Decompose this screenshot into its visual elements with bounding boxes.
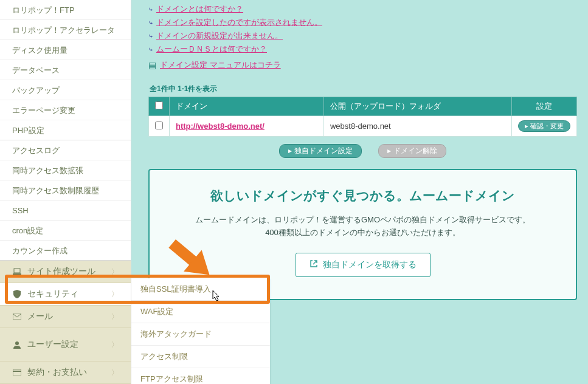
th-folder: 公開（アップロード）フォルダ xyxy=(323,97,511,116)
side-ftp[interactable]: ロリポップ！FTP xyxy=(0,0,131,20)
chevron-right-icon: 〉 xyxy=(111,340,119,350)
submenu-waf[interactable]: WAF設定 xyxy=(131,301,270,323)
promo-cta-label: 独自ドメインを取得する xyxy=(323,259,417,270)
chevron-right-icon: 〉 xyxy=(111,289,119,300)
cat-label: サイト作成ツール xyxy=(27,266,111,277)
chevron-right-icon: 〉 xyxy=(111,267,119,277)
mail-icon xyxy=(12,314,21,320)
svg-point-3 xyxy=(15,341,19,345)
cat-mail[interactable]: メール 〉 xyxy=(0,306,131,328)
side-accelerator[interactable]: ロリポップ！アクセラレータ xyxy=(0,20,131,40)
shield-icon xyxy=(12,290,21,298)
domain-link[interactable]: http://webst8-demo.net/ xyxy=(176,122,265,131)
cat-user[interactable]: ユーザー設定 〉 xyxy=(0,328,131,362)
cat-security[interactable]: セキュリティ 〉 xyxy=(0,283,131,306)
row-checkbox[interactable] xyxy=(155,122,163,129)
chevron-right-icon: 〉 xyxy=(111,312,119,322)
select-all-checkbox[interactable] xyxy=(155,101,163,109)
side-counter[interactable]: カウンター作成 xyxy=(0,241,131,261)
th-checkbox xyxy=(149,97,170,116)
th-settings: 設定 xyxy=(511,97,576,116)
promo-title: 欲しいドメインがすぐ見つかる。ムームードメイン xyxy=(164,187,561,204)
faq-link-4[interactable]: ムームーＤＮＳとは何ですか？ xyxy=(156,44,267,55)
side-errorpage[interactable]: エラーページ変更 xyxy=(0,100,131,120)
cat-site-tools[interactable]: サイト作成ツール 〉 xyxy=(0,261,131,283)
external-link-icon xyxy=(310,259,318,270)
domain-table: ドメイン 公開（アップロード）フォルダ 設定 http://webst8-dem… xyxy=(148,97,577,137)
cat-label: セキュリティ xyxy=(27,289,111,300)
laptop-icon xyxy=(12,268,21,275)
confirm-change-button[interactable]: ▸ 確認・変更 xyxy=(518,120,570,132)
cat-label: メール xyxy=(27,311,111,322)
submenu-attack-guard[interactable]: 海外アタックガード xyxy=(131,323,270,346)
submenu-access[interactable]: アクセス制限 xyxy=(131,346,270,368)
get-domain-button[interactable]: 独自ドメインを取得する xyxy=(296,253,431,277)
bullet-icon: ⤷ xyxy=(148,6,153,13)
side-disk[interactable]: ディスク使用量 xyxy=(0,40,131,60)
side-concurrent-hist[interactable]: 同時アクセス数制限履歴 xyxy=(0,180,131,201)
faq-link-2[interactable]: ドメインを設定したのですが表示されません。 xyxy=(156,17,322,28)
table-actions: ▸ 独自ドメイン設定 ▸ ドメイン解除 xyxy=(148,144,577,158)
bullet-icon: ⤷ xyxy=(148,46,153,53)
side-cron[interactable]: cron設定 xyxy=(0,221,131,241)
table-count: 全1件中 1-1件を表示 xyxy=(150,84,577,94)
card-icon xyxy=(12,369,21,375)
bullet-icon: ⤷ xyxy=(148,19,153,26)
side-accesslog[interactable]: アクセスログ xyxy=(0,140,131,160)
svg-rect-5 xyxy=(13,371,21,372)
side-concurrent-ext[interactable]: 同時アクセス数拡張 xyxy=(0,160,131,180)
own-domain-settings-button[interactable]: ▸ 独自ドメイン設定 xyxy=(279,144,361,158)
svg-rect-0 xyxy=(14,269,20,273)
user-icon xyxy=(12,341,21,349)
submenu-ssl[interactable]: 独自SSL証明書導入 xyxy=(131,278,270,301)
submenu-ftp-access[interactable]: FTPアクセス制限 xyxy=(131,368,270,384)
cat-billing[interactable]: 契約・お支払い 〉 xyxy=(0,362,131,384)
side-php[interactable]: PHP設定 xyxy=(0,120,131,140)
cat-label: 契約・お支払い xyxy=(27,367,111,378)
faq-link-1[interactable]: ドメインとは何ですか？ xyxy=(156,4,243,15)
faq-list: ⤷ドメインとは何ですか？ ⤷ドメインを設定したのですが表示されません。 ⤷ドメイ… xyxy=(148,2,577,70)
side-backup[interactable]: バックアップ xyxy=(0,80,131,100)
sidebar: ロリポップ！FTP ロリポップ！アクセラレータ ディスク使用量 データベース バ… xyxy=(0,0,131,384)
side-db[interactable]: データベース xyxy=(0,60,131,80)
security-submenu: 独自SSL証明書導入 WAF設定 海外アタックガード アクセス制限 FTPアクセ… xyxy=(131,278,270,384)
domain-release-button[interactable]: ▸ ドメイン解除 xyxy=(378,144,446,158)
chevron-right-icon: 〉 xyxy=(111,368,119,378)
th-domain: ドメイン xyxy=(170,97,324,116)
doc-icon: ▤ xyxy=(148,60,156,70)
faq-link-3[interactable]: ドメインの新規設定が出来ません。 xyxy=(156,30,283,41)
manual-link[interactable]: ドメイン設定 マニュアルはコチラ xyxy=(160,60,281,70)
folder-cell: webst8-demo.net xyxy=(323,116,511,137)
svg-rect-1 xyxy=(13,273,21,275)
svg-rect-4 xyxy=(13,369,21,375)
side-ssh[interactable]: SSH xyxy=(0,201,131,221)
cat-label: ユーザー設定 xyxy=(27,339,111,350)
promo-text-2: 400種類以上のドメインの中からお選びいただけます。 xyxy=(164,227,561,239)
table-row: http://webst8-demo.net/ webst8-demo.net … xyxy=(149,116,577,137)
promo-text-1: ムームードメインは、ロリポップ！を運営するGMOペパボの独自ドメイン取得サービス… xyxy=(164,214,561,227)
bullet-icon: ⤷ xyxy=(148,33,153,39)
